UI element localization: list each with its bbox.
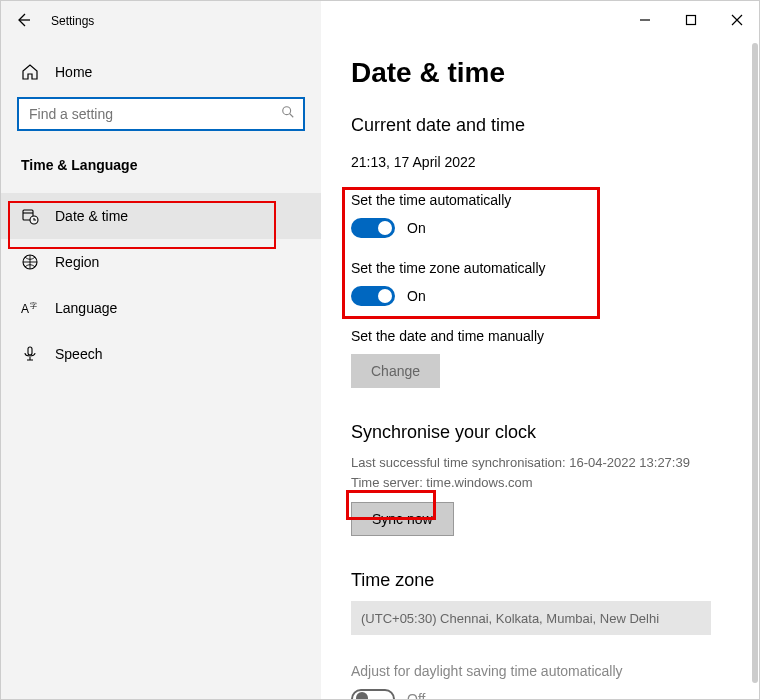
page-title: Date & time <box>351 57 729 89</box>
toggle-auto-timezone-state: On <box>407 288 426 304</box>
sync-last-info: Last successful time synchronisation: 16… <box>351 453 729 473</box>
toggle-dst[interactable] <box>351 689 395 699</box>
sidebar-item-label: Region <box>55 254 99 270</box>
sidebar-category: Time & Language <box>1 157 321 185</box>
language-a-icon: A字 <box>21 299 39 317</box>
calendar-clock-icon <box>21 207 39 225</box>
sidebar-item-language[interactable]: A字 Language <box>1 285 321 331</box>
toggle-auto-timezone[interactable] <box>351 286 395 306</box>
maximize-button[interactable] <box>668 0 714 40</box>
toggle-auto-time[interactable] <box>351 218 395 238</box>
scrollbar-vertical[interactable] <box>752 43 758 683</box>
sidebar-item-date-time[interactable]: Date & time <box>1 193 321 239</box>
close-button[interactable] <box>714 0 760 40</box>
sidebar-home[interactable]: Home <box>1 63 321 81</box>
toggle-auto-time-state: On <box>407 220 426 236</box>
sidebar-item-label: Language <box>55 300 117 316</box>
section-current-datetime-title: Current date and time <box>351 115 729 136</box>
svg-text:A: A <box>21 302 29 316</box>
section-sync-title: Synchronise your clock <box>351 422 729 443</box>
sync-now-button[interactable]: Sync now <box>351 502 454 536</box>
sidebar-item-label: Speech <box>55 346 102 362</box>
svg-text:字: 字 <box>30 302 37 309</box>
timezone-value: (UTC+05:30) Chennai, Kolkata, Mumbai, Ne… <box>361 611 659 626</box>
label-dst: Adjust for daylight saving time automati… <box>351 663 729 679</box>
microphone-icon <box>21 345 39 363</box>
sync-server-info: Time server: time.windows.com <box>351 473 729 493</box>
window-title: Settings <box>51 14 94 28</box>
search-input[interactable] <box>17 97 305 131</box>
sidebar-item-label: Date & time <box>55 208 128 224</box>
sidebar-home-label: Home <box>55 64 92 80</box>
back-arrow-icon[interactable] <box>15 12 33 30</box>
toggle-dst-state: Off <box>407 691 425 699</box>
label-auto-time: Set the time automatically <box>351 192 729 208</box>
timezone-select[interactable]: (UTC+05:30) Chennai, Kolkata, Mumbai, Ne… <box>351 601 711 635</box>
change-button[interactable]: Change <box>351 354 440 388</box>
svg-rect-6 <box>28 347 32 355</box>
globe-icon <box>21 253 39 271</box>
label-auto-timezone: Set the time zone automatically <box>351 260 729 276</box>
section-timezone-title: Time zone <box>351 570 729 591</box>
current-datetime-value: 21:13, 17 April 2022 <box>351 154 729 170</box>
minimize-button[interactable] <box>622 0 668 40</box>
home-icon <box>21 63 39 81</box>
sidebar-item-region[interactable]: Region <box>1 239 321 285</box>
svg-rect-7 <box>687 16 696 25</box>
sidebar-item-speech[interactable]: Speech <box>1 331 321 377</box>
label-manual-datetime: Set the date and time manually <box>351 328 729 344</box>
